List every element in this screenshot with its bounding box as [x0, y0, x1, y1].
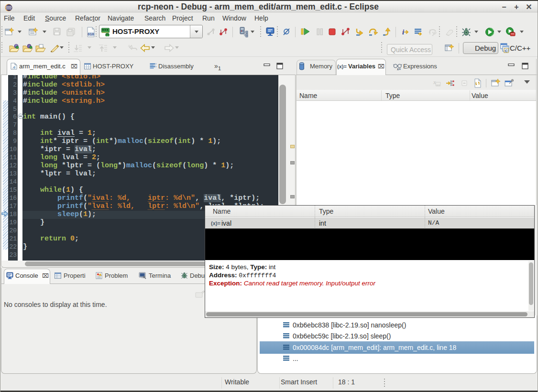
- svg-text:x=: x=: [397, 67, 401, 71]
- svg-text:010: 010: [88, 32, 94, 36]
- svg-text:C: C: [505, 49, 508, 53]
- svg-text:.c: .c: [12, 65, 16, 69]
